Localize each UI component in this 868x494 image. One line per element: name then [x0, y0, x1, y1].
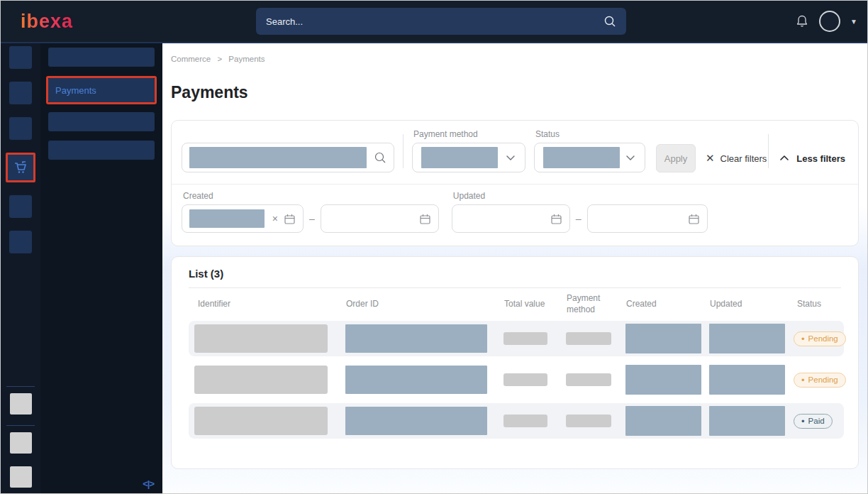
redacted-updated	[709, 406, 785, 436]
vertical-divider	[768, 134, 769, 168]
filter-search-input[interactable]	[182, 143, 394, 172]
payments-list-panel: List (3) Identifier Order ID Total value…	[171, 256, 859, 469]
clear-filters-button[interactable]: ✕ Clear filters	[706, 144, 767, 172]
redacted-total-value	[503, 332, 547, 345]
user-avatar[interactable]	[819, 11, 840, 32]
calendar-icon[interactable]	[419, 213, 431, 225]
status-dot-icon: •	[801, 334, 805, 344]
global-search[interactable]	[256, 8, 626, 35]
sidebar-item-payments-highlight[interactable]: Payments	[46, 76, 157, 104]
rail-item-3[interactable]	[9, 117, 32, 140]
rail-bottom-item-2[interactable]	[10, 432, 32, 454]
sidebar-item-payments[interactable]: Payments	[48, 78, 155, 102]
calendar-icon[interactable]	[284, 213, 296, 225]
redacted-total-value	[503, 415, 547, 427]
rail-bottom-item-1[interactable]	[10, 393, 32, 415]
rail-item-2[interactable]	[9, 82, 32, 104]
column-header-order-id: Order ID	[340, 299, 498, 310]
main-content: Commerce > Payments Payments Payment	[162, 43, 867, 493]
redacted-order-id	[345, 366, 487, 394]
list-title: List (3)	[189, 257, 841, 287]
calendar-icon[interactable]	[550, 213, 562, 225]
redacted-updated	[709, 324, 785, 353]
redacted-created	[625, 406, 701, 436]
page-title: Payments	[171, 83, 859, 102]
created-field: Created × –	[182, 191, 439, 233]
redacted-order-id	[345, 407, 487, 435]
less-filters-button[interactable]: Less filters	[779, 144, 848, 172]
sidebar-item-4[interactable]	[48, 141, 155, 160]
redacted-created	[625, 324, 701, 353]
search-icon	[603, 15, 616, 28]
payment-method-label: Payment method	[412, 129, 525, 139]
redacted-select-value	[543, 147, 620, 168]
created-to-input[interactable]	[321, 204, 439, 233]
redacted-payment-method	[566, 415, 611, 427]
user-menu-caret-icon[interactable]: ▼	[850, 18, 857, 26]
ibexa-logo[interactable]: ibexa	[21, 11, 73, 33]
sidebar-item-1[interactable]	[48, 48, 155, 67]
created-range: × –	[182, 204, 439, 233]
sidebar-collapse-icon[interactable]: <|>	[143, 478, 154, 489]
breadcrumb-parent[interactable]: Commerce	[171, 55, 211, 63]
range-separator: –	[576, 213, 582, 224]
payment-method-field: Payment method	[412, 129, 525, 172]
redacted-payment-method	[566, 373, 611, 386]
redacted-created	[625, 365, 701, 395]
range-separator: –	[309, 213, 315, 224]
status-badge: •Pending	[794, 331, 846, 346]
table-row[interactable]: •Pending	[189, 362, 844, 397]
clear-date-icon[interactable]: ×	[272, 213, 278, 224]
column-header-total-value: Total value	[498, 299, 560, 310]
topbar-right: ▼	[795, 11, 867, 32]
column-header-identifier: Identifier	[189, 299, 340, 310]
redacted-identifier	[194, 324, 328, 353]
app-window: ibexa ▼	[0, 0, 868, 494]
rail-bottom-item-3[interactable]	[10, 466, 32, 488]
status-field: Status	[525, 129, 645, 172]
rail-item-5[interactable]	[9, 195, 32, 218]
status-dot-icon: •	[801, 417, 805, 426]
status-badge: •Pending	[794, 373, 846, 388]
rail-divider	[6, 425, 35, 426]
redacted-total-value	[503, 373, 547, 386]
created-label: Created	[182, 191, 439, 201]
global-search-input[interactable]	[266, 16, 603, 27]
table-row[interactable]: •Paid	[189, 403, 844, 439]
column-header-status: Status	[788, 299, 844, 310]
redacted-payment-method	[566, 332, 611, 345]
updated-label: Updated	[452, 191, 708, 201]
table-header: Identifier Order ID Total value Payment …	[189, 288, 844, 321]
clear-filters-label: Clear filters	[720, 153, 767, 164]
chevron-down-icon	[505, 152, 516, 163]
breadcrumb-current: Payments	[228, 55, 265, 63]
calendar-icon[interactable]	[688, 213, 700, 225]
breadcrumb: Commerce > Payments	[171, 43, 859, 63]
column-header-created: Created	[620, 299, 703, 310]
payment-method-select[interactable]	[412, 143, 525, 172]
notifications-bell-icon[interactable]	[795, 14, 809, 28]
apply-button[interactable]: Apply	[656, 144, 696, 172]
status-select[interactable]	[534, 143, 645, 172]
shopping-cart-icon	[12, 159, 29, 176]
redacted-order-id	[345, 324, 487, 353]
sidebar-item-3[interactable]	[48, 112, 155, 131]
redacted-identifier	[194, 366, 328, 394]
rail-divider	[6, 386, 35, 387]
less-filters-label: Less filters	[796, 153, 845, 164]
updated-from-input[interactable]	[452, 204, 570, 233]
rail-item-1[interactable]	[9, 46, 32, 69]
breadcrumb-separator: >	[217, 55, 222, 63]
table-row[interactable]: •Pending	[189, 321, 844, 356]
icon-rail	[1, 43, 40, 493]
vertical-divider	[403, 134, 404, 168]
updated-to-input[interactable]	[587, 204, 708, 233]
filters-panel: Payment method Status Apply	[171, 120, 859, 246]
rail-item-commerce-active[interactable]	[6, 153, 35, 182]
created-from-input[interactable]: ×	[182, 204, 304, 233]
redacted-search-value	[189, 147, 367, 168]
rail-item-6[interactable]	[9, 231, 32, 253]
column-header-payment-method: Payment method	[560, 293, 620, 315]
redacted-select-value	[421, 147, 498, 168]
redacted-updated	[709, 365, 785, 395]
